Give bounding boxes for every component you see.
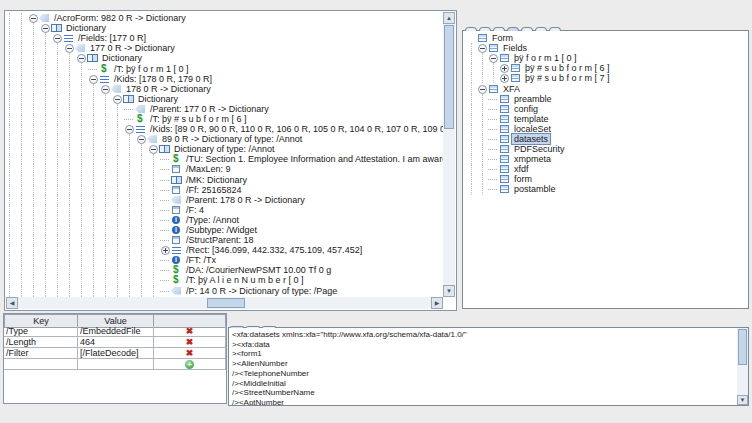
tree-node[interactable]: Form [463,33,748,43]
key-cell[interactable]: /Filter [4,348,78,359]
tree-toggle-icon[interactable] [160,154,171,164]
tree-toggle-icon[interactable] [160,185,171,195]
tree-toggle-icon[interactable] [148,144,159,154]
tree-toggle-icon[interactable] [52,33,63,43]
tree-toggle-icon[interactable] [160,275,171,285]
tree-toggle-icon[interactable] [488,164,499,174]
tree-toggle-icon[interactable] [466,33,477,43]
scrollbar-thumb[interactable] [207,298,245,308]
inspector-tab[interactable] [521,27,533,31]
tree-node[interactable]: Dictionary [6,23,443,33]
tree-toggle-icon[interactable] [488,114,499,124]
tree-node[interactable]: þÿ # s u b f o r m [ 7 ] [463,73,748,83]
tree-toggle-icon[interactable] [124,124,135,134]
tree-toggle-icon[interactable] [488,144,499,154]
tree-toggle-icon[interactable] [488,104,499,114]
tree-node[interactable]: þÿ # s u b f o r m [ 6 ] [463,63,748,73]
tree-toggle-icon[interactable] [76,53,87,63]
tree-toggle-icon[interactable] [160,205,171,215]
stream-tab[interactable] [262,326,276,328]
table-row[interactable] [4,359,226,370]
tree-toggle-icon[interactable] [488,154,499,164]
tree-node[interactable]: /Parent: 177 0 R -> Dictionary [6,104,443,114]
tree-node[interactable]: postamble [463,184,748,194]
tree-node[interactable]: xfdf [463,164,748,174]
tree-node[interactable]: /Kids: [178 0 R, 179 0 R] [6,74,443,84]
tree-node[interactable]: /T: þÿ f o r m 1 [ 0 ] [6,63,443,73]
tree-toggle-icon[interactable] [488,134,499,144]
tree-node[interactable]: /FT: /Tx [6,255,443,265]
scroll-up-button[interactable]: ▲ [443,12,455,24]
tree-node[interactable]: /Kids: [89 0 R, 90 0 R, 110 0 R, 106 0 R… [6,124,443,134]
tree-toggle-icon[interactable] [112,94,123,104]
scrollbar-thumb[interactable] [738,329,747,365]
tree-toggle-icon[interactable] [488,94,499,104]
tree-node[interactable]: /Ff: 25165824 [6,185,443,195]
scroll-down-button[interactable]: ▼ [443,285,455,297]
tree-toggle-icon[interactable] [64,43,75,53]
tree-toggle-icon[interactable] [124,114,135,124]
table-row[interactable]: /Type /EmbeddedFile [4,326,226,337]
tree-toggle-icon[interactable] [160,235,171,245]
inspector-tab[interactable] [549,27,561,31]
tree-node[interactable]: 178 0 R -> Dictionary [6,84,443,94]
tree-node[interactable]: 177 0 R -> Dictionary [6,43,443,53]
tree-node[interactable]: Dictionary [6,94,443,104]
tree-toggle-icon[interactable] [40,23,51,33]
tree-toggle-icon[interactable] [28,13,39,23]
tree-node[interactable]: /T: þÿ A l i e n N u m b e r [ 0 ] [6,275,443,285]
tree-toggle-icon[interactable] [499,63,510,73]
tree-toggle-icon[interactable] [477,43,488,53]
tree-node[interactable]: /AcroForm: 982 0 R -> Dictionary [6,13,443,23]
vertical-scrollbar[interactable]: ▼ [737,328,748,405]
inspector-tab[interactable] [479,27,491,31]
tree-toggle-icon[interactable] [160,225,171,235]
key-cell[interactable] [4,359,78,370]
tree-node[interactable]: /MaxLen: 9 [6,164,443,174]
tree-toggle-icon[interactable] [160,255,171,265]
tree-node[interactable]: /MK: Dictionary [6,175,443,185]
value-cell[interactable] [78,359,154,370]
scroll-down-button[interactable]: ▼ [737,395,748,405]
tree-node[interactable]: /P: 14 0 R -> Dictionary of type: /Page [6,286,443,296]
tree-node[interactable]: /Parent: 178 0 R -> Dictionary [6,195,443,205]
tree-node[interactable]: /DA: /CourierNewPSMT 10.00 Tf 0 g [6,265,443,275]
tree-node[interactable]: preamble [463,94,748,104]
vertical-scrollbar[interactable]: ▲ ▼ [443,12,455,297]
row-action-icon[interactable] [186,337,194,347]
tree-toggle-icon[interactable] [488,124,499,134]
tree-toggle-icon[interactable] [88,74,99,84]
tree-toggle-icon[interactable] [488,184,499,194]
scroll-right-button[interactable]: ▶ [431,297,443,309]
tree-node[interactable]: 89 0 R -> Dictionary of type: /Annot [6,134,443,144]
horizontal-scrollbar[interactable]: ◀ ▶ [6,297,443,309]
tree-toggle-icon[interactable] [160,286,171,296]
row-action-icon[interactable] [185,359,194,369]
inspector-tab[interactable] [535,27,547,31]
scrollbar-thumb[interactable] [444,25,454,129]
tree-toggle-icon[interactable] [499,73,510,83]
tree-node[interactable]: /StructParent: 18 [6,235,443,245]
tree-node[interactable]: xmpmeta [463,154,748,164]
table-row[interactable]: /Filter [/FlateDecode] [4,348,226,359]
tree-toggle-icon[interactable] [124,104,135,114]
tree-node[interactable]: /Type: /Annot [6,215,443,225]
tree-node[interactable]: /TU: Section 1. Employee Information and… [6,154,443,164]
tree-node[interactable]: datasets [463,134,748,144]
tree-toggle-icon[interactable] [488,174,499,184]
value-cell[interactable]: 464 [78,337,154,348]
inspector-tab[interactable] [465,27,477,31]
row-action-icon[interactable] [186,326,194,336]
tree-toggle-icon[interactable] [100,84,111,94]
tree-node[interactable]: config [463,104,748,114]
value-cell[interactable]: [/FlateDecode] [78,348,154,359]
row-action-icon[interactable] [186,348,194,358]
tree-node[interactable]: PDFSecurity [463,144,748,154]
table-row[interactable]: /Length 464 [4,337,226,348]
tree-node[interactable]: form [463,174,748,184]
tree-toggle-icon[interactable] [160,265,171,275]
tree-node[interactable]: template [463,114,748,124]
tree-toggle-icon[interactable] [160,175,171,185]
tree-node[interactable]: þÿ f o r m 1 [ 0 ] [463,53,748,63]
tree-toggle-icon[interactable] [488,53,499,63]
